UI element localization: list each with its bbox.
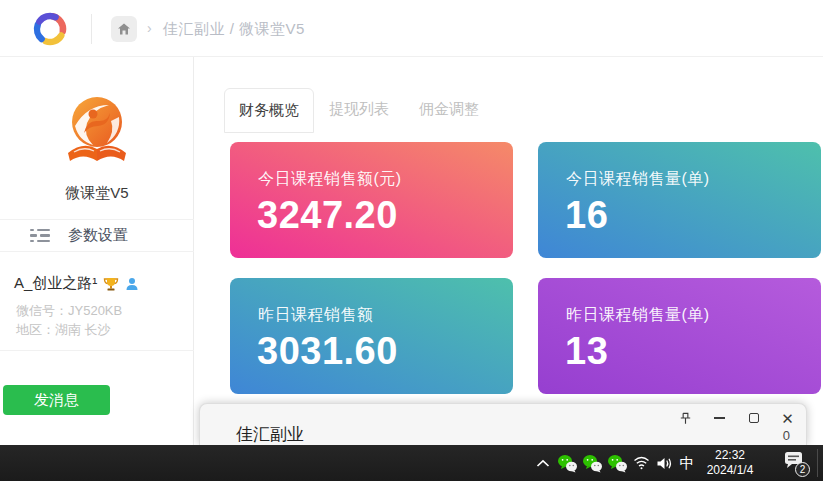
stat-card-yesterday-sales-count: 昨日课程销售量(单) 13 [538, 278, 821, 394]
sidebar-item-settings[interactable]: 参数设置 [0, 219, 194, 252]
stat-card-value: 3031.60 [257, 330, 398, 373]
user-name-row: A_创业之路¹ [14, 274, 139, 293]
user-wechat-id: 微信号：JY520KB [16, 302, 122, 320]
window-controls: ✕ [674, 407, 799, 429]
tray-ime-indicator[interactable]: 中 [677, 452, 697, 474]
close-icon[interactable]: ✕ [776, 407, 799, 429]
breadcrumb[interactable]: 佳汇副业 / 微课堂V5 [163, 20, 305, 39]
stat-card-label: 今日课程销售额(元) [258, 169, 402, 190]
stat-card-today-sales-count: 今日课程销售量(单) 16 [538, 142, 821, 258]
divider [0, 350, 194, 351]
app-header: › 佳汇副业 / 微课堂V5 [0, 0, 823, 57]
trophy-icon [103, 276, 119, 292]
tab-bar: 财务概览 提现列表 佣金调整 [224, 88, 494, 133]
tab-finance-overview[interactable]: 财务概览 [224, 88, 314, 133]
tray-wechat-icon[interactable] [581, 452, 603, 474]
taskbar-clock[interactable]: 22:32 2024/1/4 [700, 448, 760, 478]
header-divider [91, 14, 92, 44]
stat-card-yesterday-sales-amount: 昨日课程销售额 3031.60 [230, 278, 513, 394]
brand-swirl-logo [28, 7, 72, 51]
notification-center-button[interactable]: 2 [780, 449, 812, 477]
tab-commission-adjust[interactable]: 佣金调整 [404, 88, 494, 131]
stat-card-label: 昨日课程销售量(单) [566, 305, 710, 326]
tray-chevron-up-icon[interactable] [533, 453, 553, 473]
stat-card-label: 今日课程销售量(单) [566, 169, 710, 190]
stat-cards: 今日课程销售额(元) 3247.20 今日课程销售量(单) 16 昨日课程销售额… [230, 142, 821, 394]
taskbar-date: 2024/1/4 [707, 463, 754, 478]
person-icon[interactable] [125, 277, 139, 291]
user-region: 地区：湖南 长沙 [16, 321, 111, 339]
show-desktop-edge[interactable] [817, 449, 818, 477]
pin-icon[interactable] [674, 407, 697, 429]
home-button[interactable] [111, 16, 137, 42]
maximize-icon[interactable] [742, 407, 765, 429]
tray-wifi-icon[interactable] [631, 453, 651, 473]
stat-card-label: 昨日课程销售额 [258, 305, 374, 326]
tray-volume-icon[interactable] [653, 453, 675, 473]
stat-card-today-sales-amount: 今日课程销售额(元) 3247.20 [230, 142, 513, 258]
education-logo [57, 93, 137, 173]
notification-badge: 2 [795, 462, 810, 477]
sidebar: 微课堂V5 参数设置 A_创业之路¹ 微信号：JY520KB 地区：湖南 长沙 … [0, 57, 194, 445]
list-settings-icon [30, 229, 50, 243]
sidebar-item-label: 参数设置 [68, 226, 128, 245]
stat-card-value: 16 [565, 194, 608, 237]
tab-withdraw-list[interactable]: 提现列表 [314, 88, 404, 131]
chat-window-title: 佳汇副业 [236, 423, 304, 446]
breadcrumb-chevron-icon: › [147, 20, 152, 36]
taskbar-time: 22:32 [715, 448, 745, 463]
main-content: 财务概览 提现列表 佣金调整 今日课程销售额(元) 3247.20 今日课程销售… [195, 58, 823, 445]
minimize-icon[interactable] [708, 407, 731, 429]
tray-wechat-icon[interactable] [606, 452, 628, 474]
home-icon [117, 22, 131, 36]
send-message-button[interactable]: 发消息 [3, 385, 110, 415]
taskbar: 中 22:32 2024/1/4 2 [0, 445, 823, 481]
stat-card-value: 3247.20 [257, 194, 398, 237]
chat-window[interactable]: 佳汇副业 ✕ 0 [199, 403, 807, 445]
app-name: 微课堂V5 [0, 184, 194, 203]
user-name: A_创业之路¹ [14, 274, 97, 293]
chat-window-count: 0 [783, 428, 790, 443]
stat-card-value: 13 [565, 330, 608, 373]
tray-wechat-icon[interactable] [556, 452, 578, 474]
